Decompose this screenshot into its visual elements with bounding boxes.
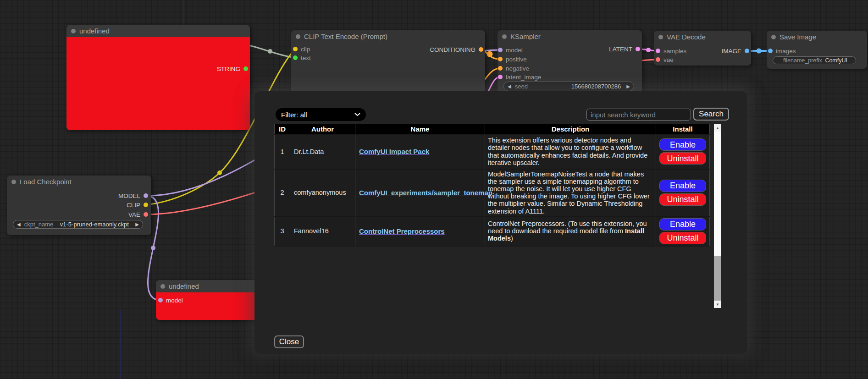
filter-select[interactable]: Filter: all bbox=[276, 108, 366, 121]
collapse-dot-icon[interactable] bbox=[11, 180, 16, 184]
uninstall-button[interactable]: Uninstall bbox=[659, 232, 706, 244]
input-slot-dot[interactable] bbox=[158, 298, 163, 302]
output-slot-dot[interactable] bbox=[144, 203, 148, 207]
search-button[interactable]: Search bbox=[693, 108, 729, 121]
input-slot-dot[interactable] bbox=[768, 49, 773, 53]
collapse-dot-icon[interactable] bbox=[160, 284, 165, 289]
cell-author: Fannovel16 bbox=[290, 216, 355, 246]
filename-prefix-widget[interactable]: filename_prefix ComfyUI bbox=[773, 56, 856, 64]
cell-description: ModelSamplerTonemapNoiseTest a node that… bbox=[485, 169, 656, 216]
scroll-up-icon[interactable]: ▲ bbox=[714, 124, 721, 132]
input-slot-dot[interactable] bbox=[656, 49, 660, 53]
widget-label: seed bbox=[515, 83, 528, 90]
link-midpoint-dot bbox=[268, 49, 272, 54]
collapse-dot-icon[interactable] bbox=[296, 34, 300, 39]
output-slot-dot[interactable] bbox=[479, 47, 483, 52]
output-slot-dot[interactable] bbox=[636, 47, 640, 51]
output-slot-label: CONDITIONING bbox=[430, 46, 475, 53]
enable-button[interactable]: Enable bbox=[659, 218, 706, 231]
input-slot-dot[interactable] bbox=[293, 47, 298, 51]
table-header-row: ID Author Name Description Install bbox=[275, 124, 710, 134]
widget-value: 156680208700286 bbox=[571, 83, 621, 90]
input-slot-dot[interactable] bbox=[498, 75, 503, 79]
enable-button[interactable]: Enable bbox=[659, 138, 706, 151]
link-midpoint-dot bbox=[487, 51, 493, 57]
input-slot-dot[interactable] bbox=[498, 57, 503, 61]
input-slot-label: latent_image bbox=[506, 74, 541, 81]
node-title-label: undefined bbox=[79, 27, 110, 35]
extension-link[interactable]: ControlNet Preprocessors bbox=[359, 227, 445, 235]
output-slot-label: IMAGE bbox=[721, 48, 741, 55]
node-save-image[interactable]: Save Image images filename_prefix ComfyU… bbox=[767, 31, 867, 69]
node-title-label: CLIP Text Encode (Prompt) bbox=[304, 33, 387, 40]
link-midpoint-dot bbox=[217, 170, 222, 175]
widget-label: filename_prefix bbox=[783, 57, 822, 64]
output-slot-dot[interactable] bbox=[144, 212, 148, 217]
node-undefined-string[interactable]: undefined STRING bbox=[66, 25, 250, 130]
cell-description: This extension offers various detector n… bbox=[485, 134, 656, 169]
cell-id: 1 bbox=[275, 134, 290, 169]
output-slot-label: VAE bbox=[128, 211, 140, 218]
ckpt-name-widget[interactable]: ◀ ckpt_name v1-5-pruned-emaonly.ckpt ▶ bbox=[13, 220, 143, 229]
node-title-bar[interactable]: CLIP Text Encode (Prompt) bbox=[291, 30, 485, 43]
increment-arrow-icon[interactable]: ▶ bbox=[626, 84, 634, 89]
uninstall-button[interactable]: Uninstall bbox=[659, 152, 706, 165]
input-slot-dot[interactable] bbox=[498, 48, 503, 52]
output-slot-dot[interactable] bbox=[144, 193, 148, 198]
input-slot-label: vae bbox=[663, 56, 674, 63]
col-header-author: Author bbox=[290, 124, 355, 134]
table-scrollbar[interactable]: ▲ ▼ bbox=[714, 124, 721, 308]
filter-selected-value: Filter: all bbox=[281, 111, 307, 119]
next-arrow-icon[interactable]: ▶ bbox=[135, 222, 143, 227]
input-slot-label: images bbox=[776, 48, 796, 55]
scrollbar-thumb[interactable] bbox=[714, 132, 721, 256]
widget-value: v1-5-pruned-emaonly.ckpt bbox=[60, 221, 129, 228]
input-slot-dot[interactable] bbox=[293, 55, 298, 60]
input-slot-label: negative bbox=[506, 65, 529, 72]
node-title-bar[interactable]: undefined bbox=[66, 25, 250, 37]
link-midpoint-dot bbox=[646, 48, 651, 52]
widget-value: ComfyUI bbox=[825, 57, 847, 64]
close-button[interactable]: Close bbox=[274, 335, 304, 348]
node-ksampler[interactable]: KSampler model positive negative latent_… bbox=[498, 30, 642, 99]
cell-id: 2 bbox=[275, 169, 290, 216]
scroll-down-icon[interactable]: ▼ bbox=[714, 301, 721, 308]
node-title-bar[interactable]: KSampler bbox=[498, 30, 642, 43]
chevron-down-icon bbox=[354, 113, 360, 116]
output-slot-dot[interactable] bbox=[243, 66, 248, 71]
cell-description: ControlNet Preprocessors. (To use this e… bbox=[485, 216, 656, 246]
collapse-dot-icon[interactable] bbox=[71, 29, 76, 33]
collapse-dot-icon[interactable] bbox=[771, 35, 776, 39]
collapse-dot-icon[interactable] bbox=[658, 35, 663, 39]
cell-id: 3 bbox=[275, 216, 290, 246]
output-slot-label: LATENT bbox=[609, 46, 632, 53]
input-slot-label: text bbox=[301, 55, 311, 61]
node-title-label: undefined bbox=[169, 282, 199, 290]
extension-link[interactable]: ComfyUI_experiments/sampler_tonemap bbox=[359, 189, 492, 197]
node-title-label: Save Image bbox=[780, 33, 816, 41]
node-load-checkpoint[interactable]: Load Checkpoint MODEL CLIP VAE ◀ ckpt_na… bbox=[7, 176, 151, 235]
input-slot-dot[interactable] bbox=[498, 66, 503, 71]
uninstall-button[interactable]: Uninstall bbox=[659, 193, 706, 206]
seed-widget[interactable]: ◀ seed 156680208700286 ▶ bbox=[503, 82, 634, 91]
col-header-install: Install bbox=[656, 124, 710, 134]
cell-install: Enable Uninstall bbox=[656, 134, 710, 169]
output-slot-dot[interactable] bbox=[745, 49, 749, 53]
enable-button[interactable]: Enable bbox=[659, 180, 706, 192]
input-slot-dot[interactable] bbox=[656, 57, 660, 62]
input-slot-label: model bbox=[166, 297, 183, 304]
node-vae-decode[interactable]: VAE Decode samples vae IMAGE bbox=[654, 31, 751, 66]
extension-link[interactable]: ComfyUI Impact Pack bbox=[359, 148, 429, 155]
prev-arrow-icon[interactable]: ◀ bbox=[13, 222, 24, 227]
decrement-arrow-icon[interactable]: ◀ bbox=[504, 84, 515, 89]
node-title-bar[interactable]: Load Checkpoint bbox=[7, 176, 151, 188]
table-row: 1 Dr.Lt.Data ComfyUI Impact Pack This ex… bbox=[275, 134, 710, 169]
search-input[interactable] bbox=[586, 109, 691, 121]
collapse-dot-icon[interactable] bbox=[502, 34, 507, 39]
node-title-bar[interactable]: Save Image bbox=[767, 31, 867, 43]
node-title-label: Load Checkpoint bbox=[20, 178, 72, 186]
col-header-id: ID bbox=[275, 124, 290, 134]
custom-nodes-table-container: ID Author Name Description Install 1 Dr.… bbox=[274, 124, 721, 308]
node-title-bar[interactable]: VAE Decode bbox=[654, 31, 751, 43]
link-midpoint-dot bbox=[757, 49, 762, 54]
